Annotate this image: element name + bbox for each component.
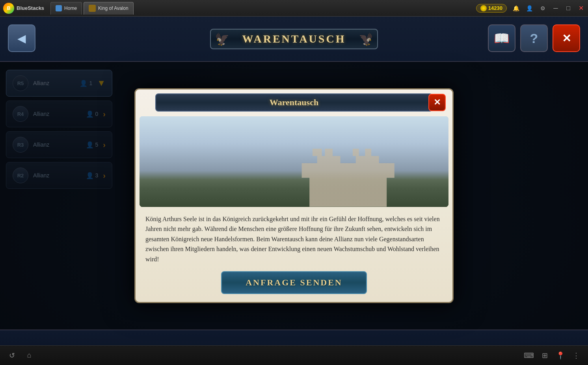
modal-body-text: König Arthurs Seele ist in das Königreic…	[136, 207, 452, 272]
home-nav-icon[interactable]: ⌂	[24, 350, 35, 361]
page-title: WARENTAUSCH	[242, 33, 346, 45]
game-area: ◀ WARENTAUSCH 📖 ? ✕ R5 Allianz 👤 1	[0, 17, 588, 365]
close-x-icon: ✕	[562, 32, 571, 45]
keyboard-icon[interactable]: ⌨	[523, 350, 534, 361]
warentausch-modal: Warentausch ✕	[134, 88, 454, 304]
home-tab-icon	[56, 5, 62, 11]
location-icon[interactable]: 📍	[555, 350, 566, 361]
maximize-button[interactable]: □	[564, 4, 572, 12]
question-mark-icon: ?	[530, 31, 538, 46]
more-icon[interactable]: ⋮	[571, 350, 582, 361]
top-bar: ◀ WARENTAUSCH 📖 ? ✕	[0, 17, 588, 62]
modal-close-icon: ✕	[434, 97, 441, 108]
bs-label: BlueStacks	[17, 5, 44, 11]
modal-overlay: Warentausch ✕	[0, 62, 588, 330]
notification-icon[interactable]: 🔔	[512, 4, 520, 13]
send-request-button[interactable]: ANFRAGE SENDEN	[221, 271, 367, 294]
game-tab-label: King of Avalon	[98, 6, 128, 11]
screen-icon[interactable]: ⊞	[539, 350, 550, 361]
top-right-buttons: 📖 ? ✕	[488, 24, 580, 52]
home-tab[interactable]: Home	[50, 2, 82, 15]
modal-description: König Arthurs Seele ist in das Königreic…	[145, 216, 440, 263]
coin-amount: 14230	[488, 5, 502, 11]
modal-title: Warentausch	[270, 97, 318, 107]
minimize-button[interactable]: ─	[552, 4, 560, 12]
help-button[interactable]: ?	[520, 24, 548, 52]
game-close-button[interactable]: ✕	[553, 24, 580, 52]
settings-icon[interactable]: ⚙	[538, 4, 547, 13]
account-icon[interactable]: 👤	[525, 4, 534, 13]
coin-display: 14230	[476, 4, 507, 13]
game-tab-icon	[89, 5, 96, 12]
bs-icon: B	[3, 3, 14, 14]
bs-bottom-bar: ↺ ⌂ ⌨ ⊞ 📍 ⋮	[0, 345, 588, 365]
titlebar: B BlueStacks Home King of Avalon 14230 🔔…	[0, 0, 588, 17]
modal-image	[140, 116, 448, 207]
bluestacks-logo: B BlueStacks	[3, 3, 44, 14]
main-content: R5 Allianz 👤 1 ▼ R4 Allianz 👤 0 › R3	[0, 62, 588, 330]
modal-close-button[interactable]: ✕	[428, 94, 446, 111]
back-nav-icon[interactable]: ↺	[6, 350, 17, 361]
home-tab-label: Home	[64, 6, 77, 11]
titlebar-right: 14230 🔔 👤 ⚙ ─ □ ✕	[476, 4, 585, 13]
coin-icon	[480, 5, 487, 11]
castle-background	[140, 116, 448, 207]
page-title-container: WARENTAUSCH	[210, 29, 378, 49]
close-button[interactable]: ✕	[577, 4, 585, 12]
modal-titlebar: Warentausch ✕	[155, 93, 433, 112]
game-tab[interactable]: King of Avalon	[84, 2, 134, 15]
bs-bottom-right: ⌨ ⊞ 📍 ⋮	[523, 350, 582, 361]
modal-actions: ANFRAGE SENDEN	[136, 271, 452, 302]
back-button[interactable]: ◀	[8, 24, 35, 52]
bs-bottom-left: ↺ ⌂	[6, 350, 35, 361]
book-button[interactable]: 📖	[488, 24, 515, 52]
